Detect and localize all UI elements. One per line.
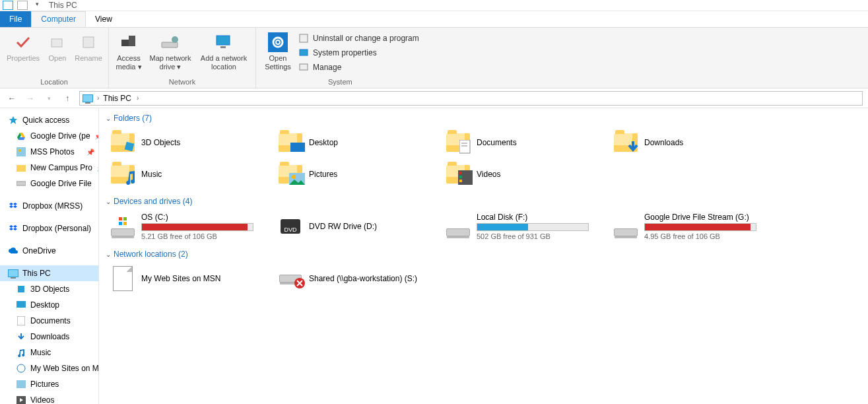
ribbon-tabs: File Computer View	[0, 11, 868, 28]
drive-item[interactable]: Google Drive File Stream (G:)4.95 GB fre…	[609, 210, 776, 243]
nav-quick-access[interactable]: Quick access	[0, 112, 98, 128]
checkmark-icon	[13, 32, 34, 53]
uninstall-program-button[interactable]: Uninstall or change a program	[298, 32, 419, 45]
svg-rect-36	[123, 217, 127, 220]
access-media-button[interactable]: Access media ▾	[114, 30, 143, 77]
group-label-location: Location	[5, 77, 103, 88]
folder-item[interactable]: Music	[106, 158, 273, 190]
group-label-system: System	[261, 77, 419, 88]
drive-item[interactable]: Local Disk (F:)502 GB free of 931 GB	[441, 210, 609, 243]
tab-file[interactable]: File	[0, 11, 31, 27]
svg-rect-25	[290, 143, 305, 152]
svg-rect-1	[83, 37, 94, 48]
drive-item[interactable]: OS (C:)5.21 GB free of 106 GB	[106, 210, 273, 243]
nav-pc-child[interactable]: 3D Objects	[0, 281, 98, 297]
folder-item[interactable]: 3D Objects	[106, 127, 273, 158]
properties-button[interactable]: Properties	[5, 30, 41, 77]
section-header-netloc[interactable]: ⌄Network locations (2)	[106, 250, 861, 259]
map-drive-button[interactable]: Map network drive ▾	[147, 30, 193, 77]
title-bar: ▾ This PC	[0, 0, 868, 11]
nav-this-pc[interactable]: This PC	[0, 265, 98, 281]
svg-point-15	[18, 149, 21, 152]
nav-pin-item[interactable]: Google Drive File	[0, 176, 98, 191]
nav-pc-child[interactable]: Documents	[0, 313, 98, 329]
folder-item[interactable]: Pictures	[273, 158, 441, 190]
address-box[interactable]: › This PC›	[79, 91, 863, 106]
add-network-location-button[interactable]: Add a network location	[197, 30, 250, 77]
open-button[interactable]: Open	[45, 30, 70, 77]
recent-locations-button[interactable]: ▾	[42, 92, 55, 105]
svg-rect-20	[17, 316, 25, 325]
drive-small-icon	[16, 178, 26, 189]
section-header-drives[interactable]: ⌄Devices and drives (4)	[106, 197, 861, 206]
svg-point-10	[276, 40, 280, 44]
map-drive-icon	[160, 32, 181, 53]
svg-rect-34	[459, 180, 462, 182]
nav-pin-item[interactable]: New Campus Pro📌	[0, 160, 98, 176]
folder-icon	[16, 316, 26, 326]
pin-icon: 📌	[86, 149, 94, 156]
folder-icon	[277, 161, 304, 187]
hdd-icon	[613, 213, 639, 240]
nav-pin-item[interactable]: MSS Photos📌	[0, 144, 98, 160]
folder-icon	[277, 129, 304, 156]
svg-rect-35	[119, 217, 122, 220]
svg-rect-33	[459, 176, 462, 178]
uninstall-icon	[298, 33, 309, 44]
nav-pc-child[interactable]: Music	[0, 345, 98, 360]
qat-dropdown-icon[interactable]: ▾	[32, 1, 42, 10]
svg-rect-0	[51, 39, 62, 47]
this-pc-icon	[8, 268, 18, 279]
media-icon	[118, 32, 139, 53]
nav-dropbox-personal[interactable]: Dropbox (Personal)	[0, 220, 98, 236]
network-location-item[interactable]: Shared (\\gba-workstation) (S:)	[273, 263, 441, 294]
qat-icon-1[interactable]	[3, 1, 13, 10]
folder-icon	[445, 129, 471, 156]
capacity-bar	[477, 223, 589, 231]
network-drive-disconnected-icon	[277, 265, 304, 292]
svg-rect-32	[459, 172, 462, 174]
tab-computer[interactable]: Computer	[31, 11, 86, 27]
system-properties-button[interactable]: System properties	[298, 46, 419, 59]
manage-button[interactable]: Manage	[298, 61, 419, 74]
chevron-right-icon[interactable]: ›	[97, 94, 99, 102]
folder-item[interactable]: Downloads	[609, 127, 776, 158]
up-button[interactable]: ↑	[61, 92, 74, 105]
forward-button[interactable]: →	[24, 92, 37, 105]
folder-icon	[16, 162, 26, 173]
folder-item[interactable]: Desktop	[273, 127, 441, 158]
folder-item[interactable]: Documents	[441, 127, 609, 158]
nav-pc-child[interactable]: Pictures	[0, 376, 98, 392]
folder-icon	[613, 129, 639, 156]
folder-icon	[16, 347, 26, 358]
svg-rect-37	[119, 222, 122, 225]
qat-icon-2[interactable]	[17, 1, 28, 10]
section-drives: ⌄Devices and drives (4) OS (C:)5.21 GB f…	[106, 197, 861, 243]
nav-pc-child[interactable]: Desktop	[0, 297, 98, 313]
this-pc-icon	[83, 94, 93, 102]
nav-pc-child[interactable]: Downloads	[0, 329, 98, 345]
folder-icon	[110, 161, 136, 187]
section-header-folders[interactable]: ⌄Folders (7)	[106, 114, 861, 123]
nav-pc-child[interactable]: My Web Sites on M	[0, 360, 98, 376]
drive-item[interactable]: DVDDVD RW Drive (D:)	[273, 210, 441, 243]
rename-button[interactable]: Rename	[74, 30, 103, 77]
network-location-item[interactable]: My Web Sites on MSN	[106, 263, 273, 294]
nav-pin-item[interactable]: Google Drive (pe📌	[0, 128, 98, 144]
nav-onedrive[interactable]: OneDrive	[0, 243, 98, 259]
ribbon: Properties Open Rename Location Access m…	[0, 28, 868, 88]
ribbon-group-network: Access media ▾ Map network drive ▾ Add a…	[109, 28, 256, 88]
open-settings-button[interactable]: Open Settings	[261, 30, 294, 77]
svg-rect-18	[18, 286, 24, 292]
breadcrumb-this-pc[interactable]: This PC›	[103, 94, 139, 103]
folder-icon	[445, 161, 471, 187]
tab-view[interactable]: View	[86, 11, 121, 27]
back-button[interactable]: ←	[5, 92, 18, 105]
nav-dropbox-mrss[interactable]: Dropbox (MRSS)	[0, 198, 98, 214]
pin-icon: 📌	[96, 164, 98, 172]
pin-icon: 📌	[94, 133, 98, 140]
dropbox-icon	[8, 223, 18, 234]
folder-item[interactable]: Videos	[441, 158, 609, 190]
section-folders: ⌄Folders (7) 3D ObjectsDesktopDocumentsD…	[106, 114, 861, 190]
nav-pc-child[interactable]: Videos	[0, 392, 98, 404]
